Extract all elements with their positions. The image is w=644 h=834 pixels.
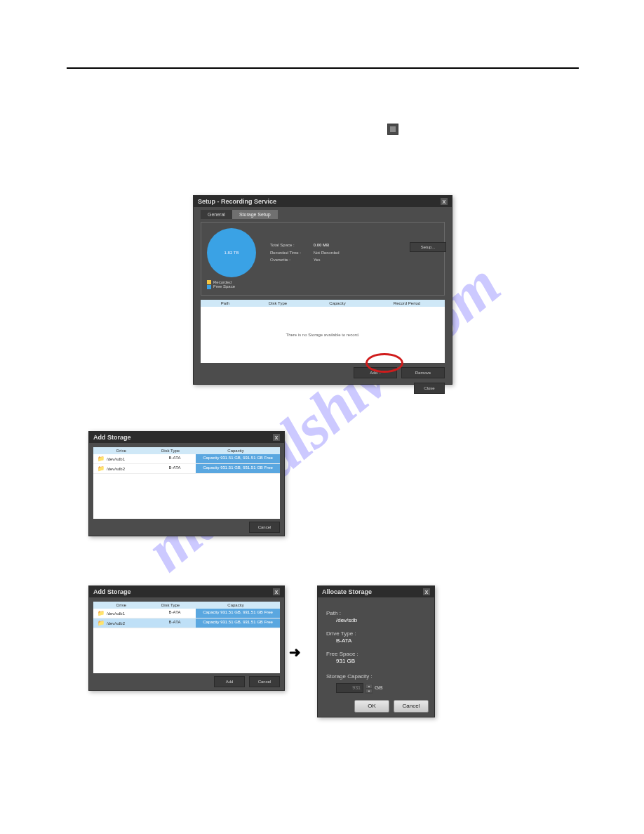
chevron-down-icon[interactable]: ▼ — [365, 689, 373, 694]
tab-general[interactable]: General — [201, 210, 232, 219]
add-storage-header: Drive Disk Type Capacity — [93, 602, 280, 609]
close-icon[interactable]: x — [273, 434, 280, 441]
close-icon[interactable]: x — [423, 588, 430, 595]
empty-message: There is no Storage available to record. — [286, 333, 359, 337]
chevron-up-icon[interactable]: ▲ — [365, 684, 373, 689]
ok-button[interactable]: OK — [354, 700, 389, 713]
list-item[interactable]: 📁/dev/sdb2 B-ATA Capacity 931.51 GB, 931… — [93, 464, 280, 474]
path-label: Path : — [326, 610, 426, 617]
drive-type-value: B-ATA — [326, 637, 426, 644]
remove-button[interactable]: Remove — [401, 367, 445, 378]
setup-button[interactable]: Setup... — [410, 242, 446, 252]
storage-table-header: Path Disk Type Capacity Record Period — [201, 300, 445, 307]
cancel-button[interactable]: Cancel — [394, 700, 429, 713]
storage-pie-chart: 1.82 TB — [207, 228, 256, 277]
drive-type-label: Drive Type : — [326, 630, 426, 637]
storage-capacity-input[interactable]: 931 — [336, 683, 363, 693]
free-space-value: 931 GB — [326, 658, 426, 665]
cancel-button[interactable]: Cancel — [249, 522, 280, 533]
red-highlight-oval — [365, 353, 403, 373]
tab-storage-setup[interactable]: Storage Setup — [232, 210, 278, 219]
horizontal-rule — [67, 67, 579, 69]
service-manager-icon — [387, 124, 398, 135]
pie-total-label: 1.82 TB — [224, 251, 239, 255]
setup-window-title: Setup - Recording Service — [198, 198, 276, 205]
setup-window-titlebar: Setup - Recording Service x — [194, 196, 452, 207]
add-storage-window-1: Add Storage x Drive Disk Type Capacity 📁… — [88, 431, 285, 536]
list-item-selected[interactable]: 📁/dev/sdb2 B-ATA Capacity 931.51 GB, 931… — [93, 618, 280, 628]
close-icon[interactable]: x — [441, 198, 448, 205]
storage-table-body: There is no Storage available to record. — [201, 307, 445, 363]
capacity-spinner[interactable]: ▲▼ — [365, 684, 373, 692]
allocate-storage-title: Allocate Storage — [322, 588, 372, 595]
drive-icon: 📁 — [98, 456, 105, 462]
add-storage-window-2: Add Storage x Drive Disk Type Capacity 📁… — [88, 585, 285, 691]
drive-icon: 📁 — [98, 620, 105, 626]
storage-capacity-label: Storage Capacity : — [326, 673, 426, 680]
allocate-storage-window: Allocate Storage x Path : /dev/sdb Drive… — [317, 585, 435, 717]
list-item[interactable]: 📁/dev/sdb1 B-ATA Capacity 931.51 GB, 931… — [93, 454, 280, 464]
arrow-right-icon: ➜ — [289, 644, 301, 661]
drive-icon: 📁 — [98, 610, 105, 616]
path-value: /dev/sdb — [326, 617, 426, 624]
setup-recording-service-window: Setup - Recording Service x General Stor… — [193, 195, 452, 385]
add-button[interactable]: Add — [214, 676, 245, 687]
add-storage-title: Add Storage — [93, 588, 131, 595]
close-button[interactable]: Close — [414, 383, 445, 394]
cancel-button[interactable]: Cancel — [249, 676, 280, 687]
add-storage-title: Add Storage — [93, 434, 131, 441]
free-space-label: Free Space : — [326, 651, 426, 658]
add-storage-header: Drive Disk Type Capacity — [93, 447, 280, 454]
capacity-unit: GB — [375, 684, 383, 691]
legend: Recorded Free Space — [207, 280, 438, 289]
drive-icon: 📁 — [98, 465, 105, 472]
close-icon[interactable]: x — [273, 588, 280, 595]
list-item[interactable]: 📁/dev/sdb1 B-ATA Capacity 931.51 GB, 931… — [93, 609, 280, 618]
